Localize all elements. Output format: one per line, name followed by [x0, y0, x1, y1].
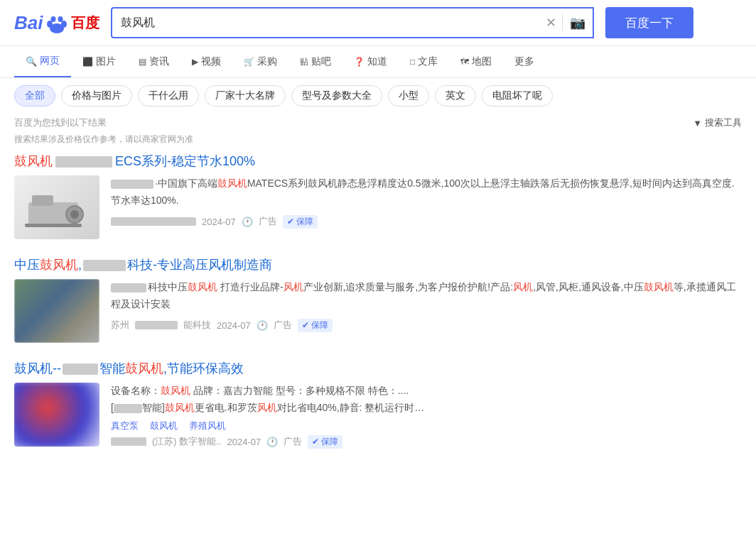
result-title-1[interactable]: 鼓风机ECS系列-稳定节水100% [14, 153, 742, 170]
result-3-tags: 真空泵 鼓风机 养殖风机 [111, 420, 424, 432]
logo-bai-text: Bai [14, 13, 43, 32]
filter-what-use[interactable]: 干什么用 [138, 85, 199, 106]
guarantee-check-icon-3: ✔ [312, 437, 319, 447]
result-2-img-placeholder [14, 279, 99, 343]
tab-map[interactable]: 🗺 地图 [449, 47, 503, 77]
tab-web-label: 网页 [40, 55, 60, 67]
tab-image-label: 图片 [96, 55, 116, 68]
tab-info[interactable]: ▤ 资讯 [127, 47, 180, 77]
filter-extra[interactable]: 电阻坏了呢 [482, 85, 553, 106]
tag-blower[interactable]: 鼓风机 [150, 420, 178, 432]
tab-zhidao-label: 知道 [367, 55, 387, 68]
result-2-date: 2024-07 [217, 320, 251, 331]
guarantee-text-3: 保障 [321, 436, 338, 448]
logo[interactable]: Bai 百度 [14, 10, 99, 35]
tab-tieba-label: 贴吧 [311, 55, 331, 68]
machine-svg [21, 181, 92, 234]
result-2-clock-icon: 🕐 [256, 320, 268, 331]
tab-purchase-label: 采购 [257, 55, 277, 68]
tab-image[interactable]: ⬛ 图片 [71, 47, 127, 77]
result-3-date: 2024-07 [227, 437, 261, 447]
nav-tabs: 🔍 网页 ⬛ 图片 ▤ 资讯 ▶ 视频 🛒 采购 贴 贴吧 ❓ 知道 □ 文库 … [0, 46, 756, 78]
result-3-body: 设备名称：鼓风机 品牌：嘉吉力智能 型号：多种规格不限 特色：.... [智能]… [14, 383, 742, 449]
zhidao-icon: ❓ [354, 57, 364, 67]
result-3-h2: 鼓风机 [165, 402, 195, 413]
filter-english[interactable]: 英文 [435, 85, 476, 106]
wenku-icon: □ [410, 57, 415, 67]
tab-purchase[interactable]: 🛒 采购 [232, 47, 288, 77]
result-item-1: 鼓风机ECS系列-稳定节水100% ·中国旗下高端鼓风机MATECS系列鼓风机静… [14, 153, 742, 239]
tab-more-label: 更多 [514, 55, 534, 68]
result-3-highlight: 鼓风机 [125, 361, 163, 376]
tab-web[interactable]: 🔍 网页 [14, 46, 71, 77]
search-bar: ✕ 📷 [111, 7, 594, 38]
result-2-ad: 广告 [274, 319, 292, 332]
result-2-desc-blur [111, 283, 146, 292]
results-info-row: 百度为您找到以下结果 ▼ 搜索工具 [0, 114, 756, 132]
video-icon: ▶ [192, 57, 198, 67]
guarantee-text: 保障 [296, 216, 313, 228]
web-icon: 🔍 [26, 56, 37, 67]
result-title-2[interactable]: 中压鼓风机,科技-专业高压风机制造商 [14, 256, 742, 273]
guarantee-check-icon: ✔ [287, 217, 294, 226]
tab-wenku[interactable]: □ 文库 [399, 47, 449, 77]
tab-zhidao[interactable]: ❓ 知道 [342, 47, 399, 77]
tag-vacuum[interactable]: 真空泵 [111, 420, 139, 432]
result-1-image [14, 175, 99, 239]
result-2-meta: 苏州能科技 2024-07 🕐 广告 ✔ 保障 [111, 319, 742, 332]
tab-video-label: 视频 [201, 55, 221, 68]
filter-tools-icon: ▼ [693, 118, 702, 128]
tag-farm-fan[interactable]: 养殖风机 [189, 420, 226, 432]
result-3-meta: (江苏) 数字智能.. 2024-07 🕐 广告 ✔ 保障 [111, 435, 424, 449]
image-icon: ⬛ [82, 57, 93, 67]
tieba-icon: 贴 [300, 56, 308, 68]
result-item-2: 中压鼓风机,科技-专业高压风机制造商 科技中压鼓风机 打造行业品牌-风机产业创新… [14, 256, 742, 343]
svg-point-4 [58, 16, 63, 22]
result-2-url-blur [135, 321, 178, 329]
ad-notice: 搜索结果涉及价格仅作参考，请以商家官网为准 [0, 132, 756, 153]
camera-icon[interactable]: 📷 [563, 15, 593, 31]
tab-tieba[interactable]: 贴 贴吧 [288, 47, 342, 77]
guarantee-text-2: 保障 [311, 319, 328, 332]
logo-baidu-text: 百度 [71, 13, 99, 33]
search-tools-label: 搜索工具 [705, 116, 742, 129]
filter-top-brands[interactable]: 厂家十大名牌 [205, 85, 286, 106]
purchase-icon: 🛒 [244, 57, 254, 67]
filter-price-image[interactable]: 价格与图片 [61, 85, 132, 106]
result-1-desc: ·中国旗下高端鼓风机MATECS系列鼓风机静态悬浮精度达0.5微米,100次以上… [111, 175, 742, 209]
result-3-blur [63, 363, 98, 375]
search-input[interactable] [112, 16, 540, 29]
result-3-image [14, 383, 99, 447]
clear-icon[interactable]: ✕ [540, 15, 562, 31]
result-2-guarantee: ✔ 保障 [298, 319, 333, 332]
result-2-h2: 风机 [284, 281, 303, 292]
search-button[interactable]: 百度一下 [605, 7, 693, 38]
guarantee-check-icon-2: ✔ [302, 320, 309, 330]
result-1-date: 2024-07 [202, 217, 236, 227]
result-3-clock-icon: 🕐 [266, 437, 278, 447]
tab-video[interactable]: ▶ 视频 [180, 47, 232, 77]
result-2-url-pre: 苏州 [111, 319, 129, 332]
results-info-text: 百度为您找到以下结果 [14, 116, 107, 129]
result-1-title-blur [55, 156, 112, 168]
result-3-desc: 设备名称：鼓风机 品牌：嘉吉力智能 型号：多种规格不限 特色：.... [111, 383, 424, 400]
tab-wenku-label: 文库 [418, 55, 438, 68]
result-1-url [111, 217, 196, 226]
header: Bai 百度 ✕ 📷 百度一下 [0, 0, 756, 46]
result-3-guarantee: ✔ 保障 [308, 435, 342, 449]
filter-models[interactable]: 型号及参数大全 [291, 85, 382, 106]
result-2-content: 科技中压鼓风机 打造行业品牌-风机产业创新,追求质量与服务,为客户报价护航!产品… [111, 279, 742, 343]
search-tools[interactable]: ▼ 搜索工具 [693, 116, 742, 129]
result-3-url-blur [111, 437, 146, 446]
svg-rect-9 [25, 224, 82, 227]
svg-point-2 [61, 21, 67, 28]
result-1-meta: 2024-07 🕐 广告 ✔ 保障 [111, 215, 742, 229]
results-container: 鼓风机ECS系列-稳定节水100% ·中国旗下高端鼓风机MATECS系列鼓风机静… [0, 153, 756, 449]
filter-all[interactable]: 全部 [14, 85, 55, 106]
result-1-body: ·中国旗下高端鼓风机MATECS系列鼓风机静态悬浮精度达0.5微米,100次以上… [14, 175, 742, 239]
result-title-3[interactable]: 鼓风机--智能鼓风机,节能环保高效 [14, 360, 742, 377]
tab-more[interactable]: 更多 [503, 47, 546, 77]
result-3-img-placeholder [14, 383, 99, 447]
filter-small[interactable]: 小型 [388, 85, 429, 106]
result-2-h3: 风机 [513, 281, 533, 292]
